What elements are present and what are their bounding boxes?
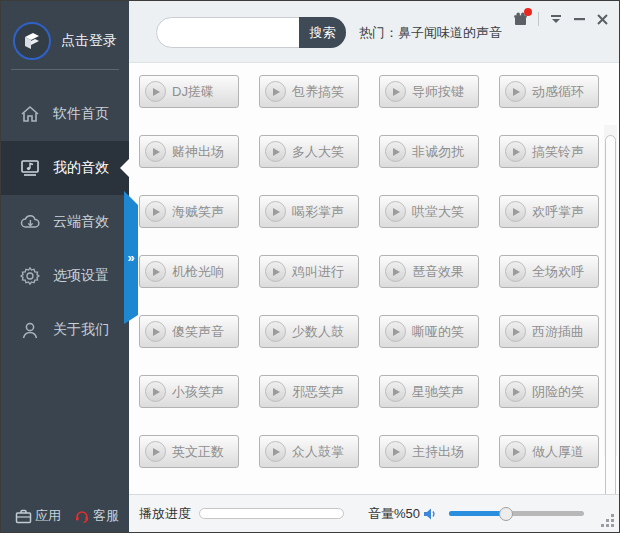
sound-button[interactable]: 小孩笑声: [139, 375, 239, 408]
play-icon: [385, 141, 406, 162]
sound-button[interactable]: 邪恶笑声: [259, 375, 359, 408]
play-icon: [265, 201, 286, 222]
sound-button[interactable]: 多人大笑: [259, 135, 359, 168]
play-icon: [145, 441, 166, 462]
sound-button[interactable]: 嘶哑的笑: [379, 315, 479, 348]
sound-button[interactable]: 非诚勿扰: [379, 135, 479, 168]
hot-keyword-label[interactable]: 热门：鼻子闻味道的声音: [359, 24, 502, 42]
sidebar-item-about[interactable]: 关于我们: [1, 303, 129, 357]
sound-button[interactable]: 鸡叫进行: [259, 255, 359, 288]
sound-button[interactable]: 欢呼掌声: [499, 195, 599, 228]
sound-button-label: 多人大笑: [292, 143, 344, 161]
sound-button-label: 欢呼掌声: [532, 203, 584, 221]
sound-button[interactable]: 众人鼓掌: [259, 435, 359, 468]
support-label: 客服: [93, 507, 119, 525]
sound-button[interactable]: 傻笑声音: [139, 315, 239, 348]
sound-button-label: 做人厚道: [532, 443, 584, 461]
sidebar-item-cloud-sounds[interactable]: 云端音效: [1, 195, 129, 249]
playback-bar: 播放进度 音量%50: [129, 494, 619, 532]
sound-button[interactable]: 海贼笑声: [139, 195, 239, 228]
minimize-button[interactable]: [573, 14, 586, 24]
sound-button-label: 阴险的笑: [532, 383, 584, 401]
sidebar-item-settings[interactable]: 选项设置: [1, 249, 129, 303]
scrollbar-thumb[interactable]: [605, 135, 616, 510]
sound-button[interactable]: DJ搓碟: [139, 75, 239, 108]
progress-label: 播放进度: [139, 505, 191, 523]
play-icon: [505, 201, 526, 222]
gift-icon[interactable]: [513, 12, 528, 26]
play-icon: [145, 321, 166, 342]
sound-button-label: 搞笑铃声: [532, 143, 584, 161]
progress-bar[interactable]: [199, 508, 344, 519]
sound-button[interactable]: 机枪光响: [139, 255, 239, 288]
sound-button[interactable]: 赌神出场: [139, 135, 239, 168]
sidebar-expand-handle[interactable]: »: [124, 191, 138, 324]
sound-button[interactable]: 西游插曲: [499, 315, 599, 348]
sound-button[interactable]: 阴险的笑: [499, 375, 599, 408]
play-icon: [145, 381, 166, 402]
volume-thumb[interactable]: [499, 507, 513, 521]
sidebar-item-label: 选项设置: [53, 267, 109, 285]
sidebar-item-home[interactable]: 软件首页: [1, 87, 129, 141]
sound-button[interactable]: 导师按键: [379, 75, 479, 108]
support-link[interactable]: 客服: [74, 507, 119, 525]
app-window: 点击登录 软件首页 我的音效 云端音效: [0, 0, 620, 533]
gear-icon: [19, 266, 41, 286]
sound-button[interactable]: 全场欢呼: [499, 255, 599, 288]
search-button[interactable]: 搜索: [299, 17, 346, 48]
play-icon: [505, 141, 526, 162]
app-logo: [13, 22, 51, 60]
sound-button[interactable]: 英文正数: [139, 435, 239, 468]
sound-button[interactable]: 包养搞笑: [259, 75, 359, 108]
sound-button[interactable]: 做人厚道: [499, 435, 599, 468]
volume-fill: [449, 511, 506, 516]
sound-button-label: 赌神出场: [172, 143, 224, 161]
logo-glyph: [21, 30, 43, 52]
play-icon: [265, 261, 286, 282]
apps-link[interactable]: 应用: [15, 507, 61, 525]
login-area[interactable]: 点击登录: [1, 1, 129, 67]
play-icon: [505, 81, 526, 102]
sidebar-item-label: 我的音效: [53, 159, 109, 177]
resize-grip[interactable]: [601, 514, 614, 527]
play-icon: [265, 141, 286, 162]
sound-button[interactable]: 喝彩掌声: [259, 195, 359, 228]
sound-button-label: 全场欢呼: [532, 263, 584, 281]
close-button[interactable]: [596, 13, 609, 26]
sound-button-label: 喝彩掌声: [292, 203, 344, 221]
sound-button[interactable]: 搞笑铃声: [499, 135, 599, 168]
user-icon: [19, 320, 41, 340]
sound-button-label: 机枪光响: [172, 263, 224, 281]
topbar: 搜索 热门：鼻子闻味道的声音: [129, 1, 619, 63]
sound-grid: DJ搓碟包养搞笑导师按键动感循环赌神出场多人大笑非诚勿扰搞笑铃声海贼笑声喝彩掌声…: [139, 75, 599, 468]
sound-button[interactable]: 哄堂大笑: [379, 195, 479, 228]
sound-button-label: 星驰笑声: [412, 383, 464, 401]
menu-chevron-icon[interactable]: [549, 14, 563, 24]
home-icon: [19, 104, 41, 124]
sound-button-label: 包养搞笑: [292, 83, 344, 101]
sound-button-label: 动感循环: [532, 83, 584, 101]
sidebar-menu: 软件首页 我的音效 云端音效 选项设置: [1, 87, 129, 357]
login-label[interactable]: 点击登录: [61, 32, 117, 50]
sidebar-item-my-sounds[interactable]: 我的音效: [1, 141, 129, 195]
sound-button[interactable]: 星驰笑声: [379, 375, 479, 408]
play-icon: [265, 381, 286, 402]
volume-slider[interactable]: [449, 511, 584, 516]
speaker-icon[interactable]: [423, 507, 437, 521]
search-input[interactable]: [157, 18, 299, 47]
sound-button[interactable]: 少数人鼓: [259, 315, 359, 348]
sound-button-label: 邪恶笑声: [292, 383, 344, 401]
sound-button[interactable]: 动感循环: [499, 75, 599, 108]
sound-button-label: 哄堂大笑: [412, 203, 464, 221]
play-icon: [265, 441, 286, 462]
sidebar-item-label: 软件首页: [53, 105, 109, 123]
controls-divider: [538, 12, 539, 26]
window-controls: [513, 12, 609, 26]
play-icon: [505, 321, 526, 342]
sidebar-footer: 应用 客服: [15, 507, 119, 525]
sound-button[interactable]: 琶音效果: [379, 255, 479, 288]
sound-button-label: 海贼笑声: [172, 203, 224, 221]
scrollbar[interactable]: [604, 125, 617, 456]
sound-button[interactable]: 主持出场: [379, 435, 479, 468]
music-monitor-icon: [19, 158, 41, 178]
